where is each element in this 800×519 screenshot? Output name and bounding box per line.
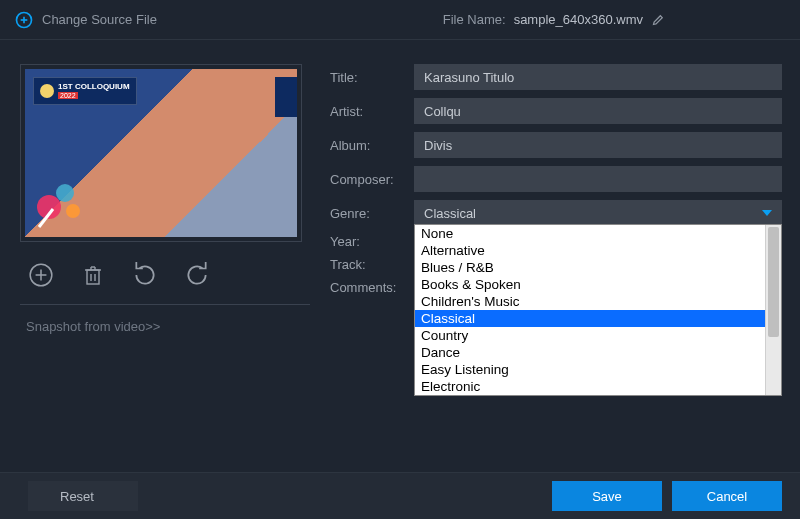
track-label: Track: [330, 257, 414, 272]
genre-option[interactable]: Children's Music [415, 293, 765, 310]
thumbnail-logo-icon [40, 84, 54, 98]
thumbnail-tools [20, 242, 310, 305]
artist-label: Artist: [330, 104, 414, 119]
genre-option[interactable]: Books & Spoken [415, 276, 765, 293]
thumbnail-edge-decor [275, 77, 297, 117]
footer-bar: Reset Save Cancel [0, 472, 800, 519]
genre-option[interactable]: Easy Listening [415, 361, 765, 378]
genre-option[interactable]: Country [415, 327, 765, 344]
top-bar: Change Source File File Name: sample_640… [0, 0, 800, 40]
video-thumbnail[interactable]: 1ST COLLOQUIUM 2022 [25, 69, 297, 237]
svg-point-5 [66, 204, 80, 218]
reset-button[interactable]: Reset [28, 481, 138, 511]
plus-circle-icon [14, 10, 34, 30]
composer-input[interactable] [414, 166, 782, 192]
genre-option[interactable]: None [415, 225, 765, 242]
genre-option[interactable]: Electronic [415, 378, 765, 395]
album-label: Album: [330, 138, 414, 153]
rotate-ccw-icon [132, 262, 158, 288]
left-panel: 1ST COLLOQUIUM 2022 Snapshot fro [20, 64, 310, 472]
file-name-value: sample_640x360.wmv [514, 12, 643, 27]
svg-point-4 [56, 184, 74, 202]
comments-label: Comments: [330, 280, 414, 295]
rotate-cw-button[interactable] [182, 260, 212, 290]
thumbnail-frame: 1ST COLLOQUIUM 2022 [20, 64, 302, 242]
change-source-label: Change Source File [42, 12, 157, 27]
file-name-label: File Name: [443, 12, 506, 27]
thumbnail-banner: 1ST COLLOQUIUM 2022 [33, 77, 137, 105]
edit-icon[interactable] [651, 12, 666, 27]
composer-label: Composer: [330, 172, 414, 187]
add-button[interactable] [26, 260, 56, 290]
rotate-cw-icon [184, 262, 210, 288]
year-label: Year: [330, 234, 414, 249]
chevron-down-icon [762, 210, 772, 216]
genre-option[interactable]: Blues / R&B [415, 259, 765, 276]
genre-option[interactable]: Dance [415, 344, 765, 361]
thumbnail-banner-year: 2022 [58, 92, 78, 99]
title-label: Title: [330, 70, 414, 85]
dropdown-scroll-thumb[interactable] [768, 227, 779, 337]
gears-icon [31, 169, 91, 229]
main-area: 1ST COLLOQUIUM 2022 Snapshot fro [0, 40, 800, 472]
genre-label: Genre: [330, 206, 414, 221]
file-name-area: File Name: sample_640x360.wmv [443, 12, 666, 27]
genre-option[interactable]: Alternative [415, 242, 765, 259]
metadata-form: Title: Artist: Album: Composer: Genre: C… [330, 64, 782, 472]
genre-selected-value: Classical [424, 206, 476, 221]
genre-dropdown-list: NoneAlternativeBlues / R&BBooks & Spoken… [415, 225, 765, 395]
artist-input[interactable] [414, 98, 782, 124]
rotate-ccw-button[interactable] [130, 260, 160, 290]
genre-dropdown: NoneAlternativeBlues / R&BBooks & Spoken… [414, 224, 782, 396]
cancel-button[interactable]: Cancel [672, 481, 782, 511]
thumbnail-banner-title: 1ST COLLOQUIUM [58, 82, 130, 91]
svg-rect-9 [87, 270, 99, 284]
delete-button[interactable] [78, 260, 108, 290]
snapshot-link[interactable]: Snapshot from video>> [20, 319, 310, 334]
change-source-button[interactable]: Change Source File [14, 10, 157, 30]
genre-select[interactable]: Classical [414, 200, 782, 226]
trash-icon [81, 263, 105, 287]
genre-option[interactable]: Classical [415, 310, 765, 327]
title-input[interactable] [414, 64, 782, 90]
plus-circle-icon [28, 262, 54, 288]
album-input[interactable] [414, 132, 782, 158]
save-button[interactable]: Save [552, 481, 662, 511]
dropdown-scrollbar[interactable] [765, 225, 781, 395]
